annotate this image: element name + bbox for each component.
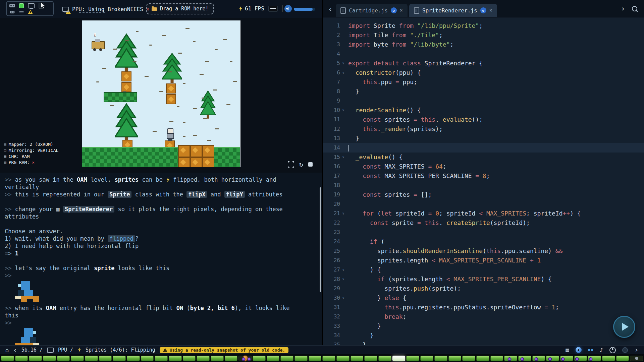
gutter[interactable]: 24: [323, 237, 348, 246]
disc-icon[interactable]: [576, 347, 582, 353]
gutter[interactable]: 33: [323, 321, 348, 331]
restore-icon[interactable]: [480, 7, 486, 13]
code-line[interactable]: 1import Sprite from "/lib/ppu/Sprite";: [323, 21, 644, 31]
progress-segment[interactable]: [322, 356, 335, 361]
progress-segment[interactable]: [476, 356, 489, 361]
code-line[interactable]: 29 sprites.push(sprite);: [323, 284, 644, 293]
code-line[interactable]: 31 this.ppu.registers.ppuStatus.spriteOv…: [323, 303, 644, 312]
gutter[interactable]: 27: [323, 265, 348, 275]
close-icon[interactable]: [400, 7, 403, 13]
progress-segment[interactable]: [141, 356, 154, 361]
gutter[interactable]: 18: [323, 181, 348, 190]
progress-segment[interactable]: [29, 356, 42, 361]
progress-segment[interactable]: [630, 356, 643, 361]
speaker-icon[interactable]: [284, 5, 292, 12]
gutter[interactable]: 19: [323, 190, 348, 199]
fold-chevron-icon[interactable]: [341, 209, 345, 218]
code-line[interactable]: 8 }: [323, 87, 644, 96]
gutter[interactable]: 13: [323, 134, 348, 143]
gutter[interactable]: 9: [323, 96, 348, 106]
progress-segment[interactable]: [113, 356, 126, 361]
progress-segment[interactable]: [169, 356, 182, 361]
gutter[interactable]: 29: [323, 284, 348, 293]
fold-chevron-icon[interactable]: [341, 293, 345, 303]
code-line[interactable]: 20: [323, 199, 644, 209]
gutter[interactable]: 32: [323, 312, 348, 321]
fold-chevron-icon[interactable]: [341, 59, 345, 68]
progress-segment[interactable]: [309, 356, 322, 361]
progress-segment[interactable]: [406, 356, 419, 361]
code-line[interactable]: 27 ) {: [323, 265, 644, 275]
code-line[interactable]: 6 constructor(ppu) {: [323, 68, 644, 77]
gutter[interactable]: 14: [323, 143, 348, 153]
code-line[interactable]: 2import Tile from "./Tile";: [323, 31, 644, 40]
progress-segment[interactable]: [211, 356, 224, 361]
gamepad2-icon[interactable]: [10, 11, 15, 13]
code-line[interactable]: 21 for (let spriteId = 0; spriteId < MAX…: [323, 209, 644, 218]
gutter[interactable]: 10: [323, 106, 348, 115]
code-line[interactable]: 3import byte from "/lib/byte";: [323, 40, 644, 49]
progress-segment[interactable]: [1, 356, 14, 361]
code-line[interactable]: 5export default class SpriteRenderer {: [323, 59, 644, 68]
progress-segment[interactable]: [448, 356, 462, 361]
code-line[interactable]: 24 if (: [323, 237, 644, 246]
gutter[interactable]: 3: [323, 40, 348, 49]
gamepad-icon[interactable]: [9, 4, 15, 7]
code-line[interactable]: 28 if (sprites.length < MAX_SPRITES_PER_…: [323, 275, 644, 284]
gutter[interactable]: 35: [323, 340, 348, 345]
progress-segment[interactable]: [253, 356, 266, 361]
run-button[interactable]: [613, 316, 635, 338]
gutter[interactable]: 21: [323, 209, 348, 218]
gutter[interactable]: 5: [323, 59, 348, 68]
code-line[interactable]: 13 }: [323, 134, 644, 143]
progress-segment[interactable]: [378, 356, 391, 361]
code-line[interactable]: 14: [323, 143, 644, 153]
gutter[interactable]: 34: [323, 331, 348, 340]
code-line[interactable]: 19 const sprites = [];: [323, 190, 644, 199]
progress-segment[interactable]: [99, 356, 112, 361]
gutter[interactable]: 6: [323, 68, 348, 77]
code-line[interactable]: 7 this.ppu = ppu;: [323, 77, 644, 87]
home-icon[interactable]: [5, 347, 9, 353]
code-line[interactable]: 30 } else {: [323, 293, 644, 303]
volume-slider[interactable]: [294, 8, 315, 11]
clock-icon[interactable]: [609, 347, 616, 353]
fold-chevron-icon[interactable]: [341, 265, 345, 275]
gutter[interactable]: 26: [323, 256, 348, 265]
progress-segment[interactable]: [294, 356, 308, 361]
progress-segment-current[interactable]: [392, 356, 406, 361]
code-line[interactable]: 26 sprites.length < MAX_SPRITES_PER_SCAN…: [323, 256, 644, 265]
gutter[interactable]: 17: [323, 171, 348, 181]
progress-segment[interactable]: [462, 356, 475, 361]
terminal[interactable]: >> as you saw in the OAM level, sprites …: [0, 173, 322, 345]
code-line[interactable]: 15 _evaluate() {: [323, 153, 644, 162]
progress-segment[interactable]: [616, 356, 629, 361]
code-line[interactable]: 35 }: [323, 340, 644, 345]
gutter[interactable]: 20: [323, 199, 348, 209]
progress-segment[interactable]: [225, 356, 238, 361]
progress-segment[interactable]: [546, 356, 559, 361]
refresh-icon[interactable]: [299, 160, 303, 168]
chevron-right-icon[interactable]: [621, 5, 625, 12]
code-line[interactable]: 17 const MAX_SPRITES_PER_SCANLINE = 8;: [323, 171, 644, 181]
progress-segment[interactable]: [43, 356, 56, 361]
code-line[interactable]: 9: [323, 96, 644, 106]
progress-segment[interactable]: [280, 356, 293, 361]
gutter[interactable]: 31: [323, 303, 348, 312]
breadcrumb-section[interactable]: PPU /: [58, 347, 73, 353]
gutter[interactable]: 22: [323, 218, 348, 228]
chevron-left-icon[interactable]: [328, 6, 332, 13]
back-chevron-icon[interactable]: [13, 346, 17, 354]
progress-segment[interactable]: [364, 356, 377, 361]
gutter[interactable]: 16: [323, 162, 348, 171]
search-icon[interactable]: [632, 6, 637, 11]
gutter[interactable]: 12: [323, 124, 348, 134]
gutter[interactable]: 30: [323, 293, 348, 303]
code-line[interactable]: 23: [323, 228, 644, 237]
gutter[interactable]: 23: [323, 228, 348, 237]
fold-chevron-icon[interactable]: [341, 106, 345, 115]
progress-segment[interactable]: [155, 356, 168, 361]
gutter[interactable]: 4: [323, 49, 348, 59]
code-line[interactable]: 12 this._render(sprites);: [323, 124, 644, 134]
code-line[interactable]: 11 const sprites = this._evaluate();: [323, 115, 644, 124]
